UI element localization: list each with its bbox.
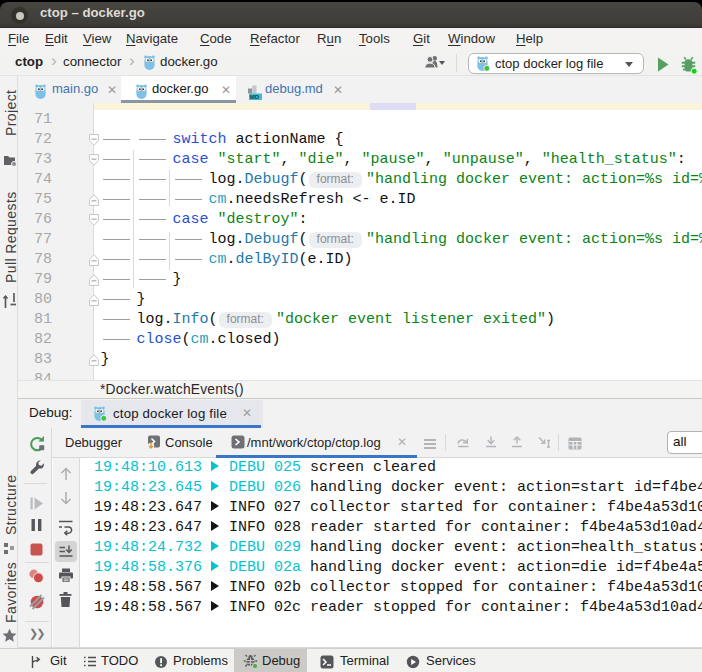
- svg-text:MD: MD: [250, 94, 260, 100]
